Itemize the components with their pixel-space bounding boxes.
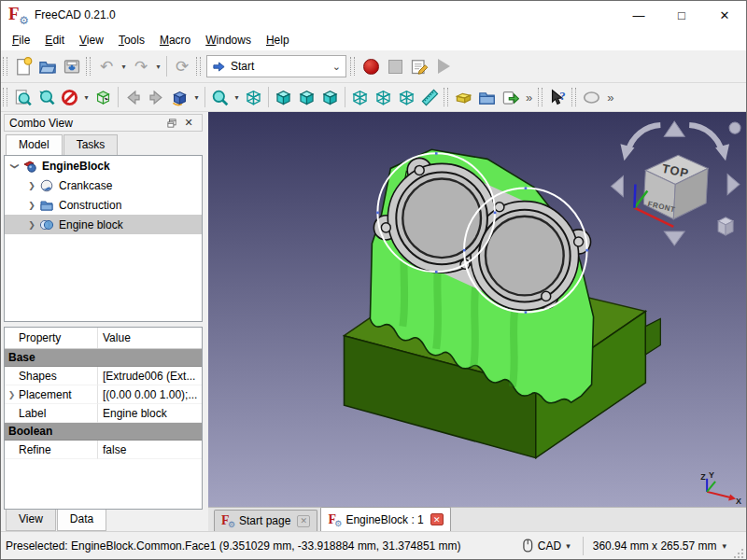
freecad-window: F ⚙ FreeCAD 0.21.0 — □ ✕ File Edit View … xyxy=(0,0,747,560)
select-box-button[interactable] xyxy=(92,86,115,109)
draw-style-dropdown[interactable]: ▾ xyxy=(81,85,92,109)
menu-view[interactable]: View xyxy=(72,31,111,49)
save-button[interactable] xyxy=(60,54,84,78)
ruler-icon xyxy=(421,89,439,106)
tree-item-crankcase[interactable]: ❯ Crankcase xyxy=(5,175,202,195)
new-document-button[interactable] xyxy=(11,54,35,78)
refresh-button[interactable]: ⟳ xyxy=(170,54,194,78)
expander-icon[interactable]: ❯ xyxy=(24,220,39,230)
property-row-shapes[interactable]: Shapes [Extrude006 (Ext... xyxy=(5,367,202,385)
redo-dropdown[interactable]: ▾ xyxy=(153,54,163,78)
zoom-button[interactable] xyxy=(208,86,232,109)
nav-forward-button[interactable] xyxy=(145,86,168,109)
forward-arrow-icon xyxy=(148,89,165,106)
toolbar-view: ▾ ▾ ▾ » » xyxy=(1,83,746,112)
toolbar-drag-handle[interactable] xyxy=(444,88,448,106)
menu-macro[interactable]: Macro xyxy=(152,31,198,49)
macro-record-button[interactable] xyxy=(359,54,383,78)
toolbar-overflow-button[interactable]: » xyxy=(522,91,536,105)
open-button[interactable] xyxy=(35,54,60,78)
tree-item-engine-block[interactable]: ❯ Engine block xyxy=(5,215,202,234)
workbench-selector[interactable]: Start ⌄ xyxy=(206,55,346,77)
measure-button[interactable] xyxy=(418,86,442,109)
redo-button[interactable]: ↷ xyxy=(129,54,153,78)
property-group-boolean[interactable]: Boolean xyxy=(5,423,202,441)
macro-stop-button[interactable] xyxy=(383,54,407,78)
toolbar-drag-handle[interactable] xyxy=(196,57,201,76)
toolbar-drag-handle[interactable] xyxy=(86,57,91,76)
close-tab-icon[interactable]: ✕ xyxy=(430,513,444,525)
isometric-view-button[interactable] xyxy=(168,86,191,109)
float-panel-button[interactable] xyxy=(163,116,180,131)
property-header-row: Property Value xyxy=(5,328,202,349)
tab-view[interactable]: View xyxy=(6,510,56,531)
property-row-placement[interactable]: ❯Placement [(0.00 0.00 1.00);... xyxy=(5,385,202,404)
close-panel-button[interactable]: ✕ xyxy=(180,116,197,131)
fit-selection-button[interactable] xyxy=(35,86,58,109)
expander-icon[interactable]: ❯ xyxy=(24,201,39,210)
isometric-dropdown[interactable]: ▾ xyxy=(191,85,202,109)
navigation-cube[interactable]: TOP FRONT xyxy=(612,121,741,245)
refresh-icon: ⟳ xyxy=(176,59,189,75)
navigation-style-selector[interactable]: CAD ▾ xyxy=(514,539,583,553)
undo-button[interactable]: ↶ xyxy=(94,54,119,78)
tree-item-engineblock[interactable]: ❯ EngineBlock xyxy=(5,156,202,175)
tab-engineblock-document[interactable]: F⚙ EngineBlock : 1 ✕ xyxy=(320,507,450,531)
front-view-button[interactable] xyxy=(272,86,295,109)
tree-item-construction[interactable]: ❯ Construction xyxy=(5,195,202,215)
tab-model[interactable]: Model xyxy=(6,134,63,155)
nav-back-button[interactable] xyxy=(121,86,145,109)
property-row-label[interactable]: Label Engine block xyxy=(5,404,202,423)
expander-icon[interactable]: ❯ xyxy=(5,390,19,399)
toolbar-overflow-button[interactable]: » xyxy=(603,91,617,105)
menu-help[interactable]: Help xyxy=(259,31,297,49)
tab-tasks[interactable]: Tasks xyxy=(63,134,119,155)
draw-style-button[interactable] xyxy=(58,86,81,109)
property-group-base[interactable]: Base xyxy=(5,349,202,367)
resize-grip[interactable] xyxy=(732,547,744,559)
macro-play-button[interactable] xyxy=(431,54,456,78)
zoom-dropdown[interactable]: ▾ xyxy=(232,85,242,109)
fit-selection-icon xyxy=(37,89,55,106)
toolbar-drag-handle[interactable] xyxy=(3,57,7,76)
menu-edit[interactable]: Edit xyxy=(37,31,72,49)
close-button[interactable]: ✕ xyxy=(703,1,746,29)
3d-scene[interactable]: TOP FRONT xyxy=(208,112,746,507)
ellipse-button[interactable] xyxy=(580,86,603,109)
bottom-view-button[interactable] xyxy=(372,86,395,109)
part-button[interactable] xyxy=(452,86,475,109)
svg-text:Y: Y xyxy=(709,470,714,480)
view-dimensions[interactable]: 360.94 mm x 265.57 mm xyxy=(584,539,723,553)
model-tree: ❯ EngineBlock ❯ Crankcase ❯ Construction… xyxy=(4,155,203,322)
axonometric-view-button[interactable] xyxy=(242,86,265,109)
rear-view-button[interactable] xyxy=(348,86,372,109)
menu-tools[interactable]: Tools xyxy=(111,31,152,49)
close-tab-icon[interactable]: ✕ xyxy=(297,515,310,527)
left-view-button[interactable] xyxy=(395,86,418,109)
menu-file[interactable]: File xyxy=(5,31,37,49)
wire-cube-icon xyxy=(351,89,369,106)
undo-dropdown[interactable]: ▾ xyxy=(119,54,129,78)
maximize-button[interactable]: □ xyxy=(660,1,703,29)
toolbar-drag-handle[interactable] xyxy=(3,88,7,106)
whats-this-button[interactable] xyxy=(546,86,570,109)
minimize-button[interactable]: — xyxy=(617,1,660,29)
export-button[interactable] xyxy=(499,86,522,109)
group-button[interactable] xyxy=(475,86,499,109)
expander-icon[interactable]: ❯ xyxy=(10,159,20,174)
expander-icon[interactable]: ❯ xyxy=(24,181,39,190)
mini-cube[interactable] xyxy=(718,217,733,235)
property-row-refine[interactable]: Refine false xyxy=(5,441,202,459)
tab-start-page[interactable]: F⚙ Start page ✕ xyxy=(214,510,317,531)
right-view-button[interactable] xyxy=(318,86,342,109)
macro-edit-button[interactable] xyxy=(407,54,431,78)
3d-viewport[interactable]: TOP FRONT xyxy=(208,112,746,507)
toolbar-drag-handle[interactable] xyxy=(571,88,576,106)
tab-data[interactable]: Data xyxy=(57,510,106,531)
menu-windows[interactable]: Windows xyxy=(198,31,259,49)
toolbar-drag-handle[interactable] xyxy=(350,57,355,76)
top-view-button[interactable] xyxy=(295,86,318,109)
fit-all-button[interactable] xyxy=(11,86,35,109)
toolbar-drag-handle[interactable] xyxy=(538,88,543,106)
draw-style-icon xyxy=(61,89,78,106)
